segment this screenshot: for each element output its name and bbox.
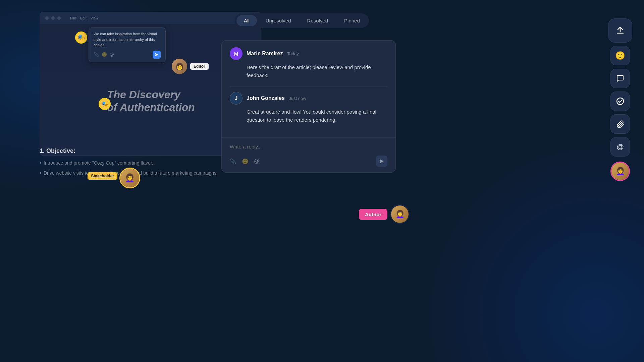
emoji-button[interactable]: 🙂 (610, 46, 630, 65)
attach-icon-bubble[interactable]: 📎 (94, 52, 99, 57)
check-button[interactable] (610, 92, 630, 111)
john-comment-text: Great structure and flow! You could cons… (230, 108, 387, 124)
nav-view[interactable]: View (91, 16, 99, 20)
john-name: John Gonzales (247, 95, 285, 101)
tab-unresolved[interactable]: Unresolved (258, 15, 299, 26)
tab-all[interactable]: All (236, 15, 257, 26)
reply-input[interactable] (230, 142, 387, 151)
nav-file[interactable]: File (70, 16, 76, 20)
doc-title-line1: The Discovery (107, 88, 195, 102)
annotation-send-button[interactable] (153, 51, 161, 59)
marie-avatar: M (230, 47, 243, 60)
sidebar-tools: 🙂 @ 👩‍🦱 (608, 18, 632, 181)
comment-divider (230, 86, 387, 86)
annotation-marker: 🎭 (75, 32, 87, 44)
john-time: Just now (289, 96, 306, 101)
comments-panel: M Marie Ramirez Today Here's the draft o… (221, 40, 396, 173)
author-avatar: 👩‍🦱 (390, 204, 410, 224)
tab-pinned[interactable]: Pinned (337, 15, 367, 26)
author-badge: Author (359, 209, 387, 220)
comment-item-john: J John Gonzales Just now Great structure… (230, 92, 387, 124)
comment-button[interactable] (610, 69, 630, 88)
marie-comment-text: Here's the draft of the article; please … (230, 63, 387, 79)
reply-attach-icon[interactable]: 📎 (230, 158, 236, 165)
doc-panel-header: File Edit View Share (40, 12, 261, 24)
mention-icon-bubble[interactable]: @ (110, 52, 114, 57)
reply-mention-icon[interactable]: @ (254, 158, 259, 164)
reply-emoji-icon[interactable]: 🙂 (242, 158, 249, 165)
doc-section-title: 1. Objective: (40, 147, 224, 155)
marie-time: Today (287, 51, 299, 56)
comment-item-marie: M Marie Ramirez Today Here's the draft o… (230, 47, 387, 79)
small-avatar-marker: 🎭 (99, 98, 111, 110)
mention-button[interactable]: @ (610, 137, 630, 157)
stakeholder-avatar: 👩‍🦱 (119, 168, 140, 188)
comment-thread: M Marie Ramirez Today Here's the draft o… (222, 41, 395, 137)
attach-button[interactable] (610, 114, 630, 134)
reply-send-button[interactable] (376, 156, 387, 167)
annotation-bubble: We can take inspiration from the visual … (89, 27, 166, 62)
reply-toolbar: 📎 🙂 @ (230, 156, 387, 167)
doc-title-line2: of Authentication (107, 101, 195, 115)
doc-bullet-1: Introduce and promote "Cozy Cup" comfort… (40, 159, 224, 167)
tab-resolved[interactable]: Resolved (300, 15, 336, 26)
sidebar-author-avatar: 👩‍🦱 (610, 162, 630, 181)
stakeholder-label: Stakeholder (88, 172, 117, 180)
author-badge-wrap: Author 👩‍🦱 (359, 204, 410, 224)
emoji-icon-bubble[interactable]: 🙂 (102, 52, 107, 57)
upload-button[interactable] (608, 18, 632, 43)
editor-avatar-wrap: 👩 Editor (171, 58, 188, 75)
marie-name: Marie Ramirez (247, 51, 283, 56)
editor-label: Editor (190, 63, 209, 70)
nav-edit[interactable]: Edit (80, 16, 87, 20)
stakeholder-wrap: Stakeholder 👩‍🦱 (119, 168, 140, 188)
editor-avatar: 👩 (171, 58, 188, 75)
john-avatar: J (230, 92, 243, 105)
reply-area: 📎 🙂 @ (222, 137, 395, 172)
filter-tabs: All Unresolved Resolved Pinned (235, 13, 369, 28)
annotation-bubble-text: We can take inspiration from the visual … (94, 31, 161, 48)
